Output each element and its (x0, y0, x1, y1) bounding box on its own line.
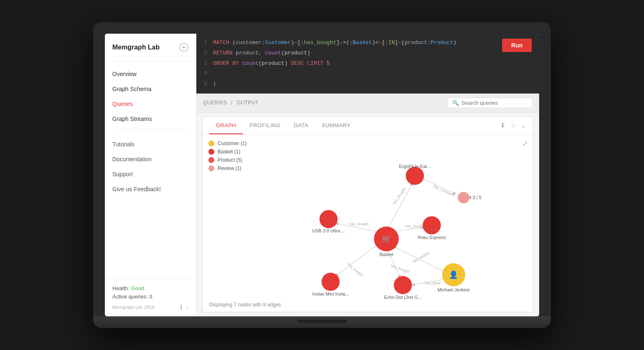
edge-label-has-bought-3: has_bought (405, 224, 424, 228)
search-icon: 🔍 (452, 100, 459, 106)
breadcrumb-output: OUTPUT (237, 100, 258, 106)
code-line-2: 2 RETURN product, count(product) (196, 48, 539, 59)
copyright-bar: Memgraph Ltd. 2018 ℹ ‹ (112, 304, 188, 311)
graph-output: GRAPH PROFILING DATA SUMMARY ⬇ ☆ ⌄ (202, 117, 533, 312)
sidebar-item-graph-streams[interactable]: Graph Streams (105, 111, 196, 126)
chevron-down-icon[interactable]: ⌄ (521, 122, 526, 129)
sidebar-item-overview[interactable]: Overview (105, 67, 196, 81)
graph-tabs: GRAPH PROFILING DATA SUMMARY ⬇ ☆ ⌄ (203, 117, 533, 135)
node-echodot-label: Echo Dot (2nd G... (384, 295, 421, 300)
node-basket-icon: 🛒 (382, 234, 391, 244)
laptop-base (93, 316, 551, 328)
node-roku[interactable] (423, 216, 441, 234)
laptop-frame: Memgraph Lab + Overview Graph Schema Que… (93, 22, 551, 328)
code-line-5: 5 | (196, 79, 539, 89)
graph-canvas: Customer (1) Basket (1) Product (5) (203, 135, 533, 312)
tab-profiling[interactable]: PROFILING (243, 117, 287, 134)
node-instax[interactable] (322, 273, 340, 291)
node-ergofit-label: ErgoFit In-Ear... (399, 164, 431, 169)
node-customer-label: Michael Jenkins (438, 287, 470, 292)
health-status: Health: Good (112, 285, 188, 291)
tab-graph[interactable]: GRAPH (209, 117, 243, 134)
sidebar-header: Memgraph Lab + (105, 34, 196, 62)
tab-actions: ⬇ ☆ ⌄ (500, 122, 526, 129)
run-button[interactable]: Run (502, 39, 532, 52)
sidebar-item-feedback[interactable]: Give us Feedback! (105, 182, 196, 197)
graph-svg: has_bought has_bought has_bought has_bou… (203, 135, 533, 312)
graph-status: Displaying 7 nodes with 8 edges. (209, 302, 282, 308)
node-ergofit[interactable] (406, 167, 424, 185)
sidebar-footer: Health: Good Active queries: 0 Memgraph … (105, 279, 196, 316)
node-customer-icon: 👤 (449, 270, 458, 279)
tab-data[interactable]: DATA (287, 117, 315, 134)
sidebar-item-graph-schema[interactable]: Graph Schema (105, 81, 196, 96)
collapse-icon[interactable]: ‹ (186, 304, 188, 311)
edge-label-has-reviewed: has_reviewed (433, 184, 455, 197)
code-line-4: 4 (196, 69, 539, 79)
edge-label-has-basket: has_basket (411, 251, 430, 264)
expand-icon[interactable]: ⤢ (523, 140, 528, 148)
laptop-screen: Memgraph Lab + Overview Graph Schema Que… (105, 34, 539, 316)
sidebar-secondary-nav: Tutorials Documentation Support Give us … (105, 133, 196, 200)
code-line-1: 1 MATCH (customer:Customer)-[:has_bought… (196, 38, 539, 48)
info-icon[interactable]: ℹ (180, 304, 182, 311)
tab-summary[interactable]: SUMMARY (315, 117, 357, 134)
sidebar-divider (112, 130, 188, 130)
sidebar: Memgraph Lab + Overview Graph Schema Que… (105, 34, 196, 316)
main-content: 1 MATCH (customer:Customer)-[:has_bought… (196, 34, 539, 316)
search-input[interactable] (461, 100, 528, 106)
node-review[interactable] (458, 192, 469, 204)
node-usb[interactable] (320, 210, 338, 228)
sidebar-item-support[interactable]: Support (105, 167, 196, 182)
breadcrumb: QUERIES / OUTPUT (203, 100, 258, 106)
edge-label-has-bought-1: has_bought (392, 187, 406, 205)
code-editor: 1 MATCH (customer:Customer)-[:has_bought… (196, 34, 539, 94)
edge-label-has-bought-4: has_bought (347, 262, 364, 278)
breadcrumb-sep: / (231, 100, 233, 106)
node-usb-label: USB 3.0 Ultra ... (312, 228, 345, 233)
edge-label-has-bought-5: has_bought (390, 264, 410, 274)
node-instax-label: Instax Mini Insta... (312, 291, 349, 296)
add-button[interactable]: + (179, 43, 188, 52)
footer-icons: ℹ ‹ (180, 304, 188, 311)
star-icon[interactable]: ☆ (510, 122, 516, 129)
breadcrumb-queries: QUERIES (203, 100, 227, 106)
node-review-label: 4.3 / 5 (469, 195, 481, 200)
sidebar-item-queries[interactable]: Queries (105, 96, 196, 111)
node-roku-label: Roku Express (418, 235, 446, 240)
active-queries: Active queries: 0 (112, 293, 188, 300)
query-bar: QUERIES / OUTPUT 🔍 (196, 94, 539, 113)
node-echodot[interactable] (394, 276, 412, 294)
app-title: Memgraph Lab (112, 44, 160, 51)
sidebar-item-documentation[interactable]: Documentation (105, 152, 196, 167)
edge-basket-ergofit (389, 182, 414, 227)
node-basket-label: Basket (379, 252, 393, 257)
sidebar-nav: Overview Graph Schema Queries Graph Stre… (105, 62, 196, 279)
code-line-3: 3 ORDER BY count(product) DESC LIMIT 5 (196, 59, 539, 69)
edge-label-has-liked: has_liked (425, 281, 441, 285)
edge-label-has-bought-2: has_bought (349, 222, 369, 226)
download-icon[interactable]: ⬇ (500, 122, 505, 129)
sidebar-item-tutorials[interactable]: Tutorials (105, 137, 196, 152)
copyright-text: Memgraph Ltd. 2018 (112, 305, 155, 310)
health-good-label: Good (131, 285, 144, 291)
search-box: 🔍 (448, 98, 533, 108)
